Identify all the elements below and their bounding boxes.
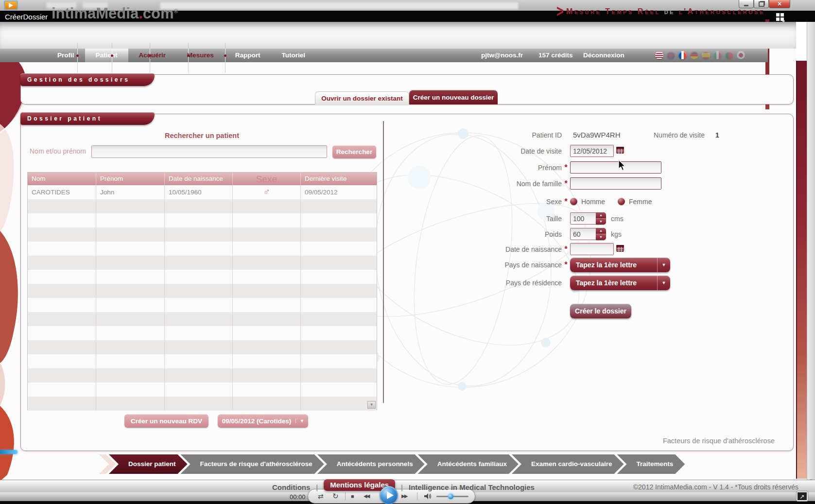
cell [28,340,96,354]
nav-item-patient[interactable]: Patient [85,49,128,62]
table-scroll-down-button[interactable]: ▼ [367,401,376,409]
flag-uk-icon[interactable] [667,51,675,59]
breadcrumb-facteurs-de-risque-d-ath-roscl-rose[interactable]: Facteurs de risque d'athérosclérose [181,454,324,474]
table-row-empty [28,298,377,312]
column-header-pr-nom: Prénom [96,173,165,185]
cell [233,354,301,368]
taille-label: Taille [390,215,562,223]
radio-homme[interactable] [570,198,577,205]
cell [165,227,233,242]
flag-japan-icon[interactable] [737,51,745,59]
spin-up-icon[interactable]: ▲ [596,212,606,219]
nav-item-rapport[interactable]: Rapport [225,49,271,62]
new-rdv-button[interactable]: Créer un nouveau RDV [124,414,208,428]
intimamedia-logo[interactable]: intimaMedia.com® [52,5,178,22]
browser-address-bar[interactable] [159,1,519,10]
cell [28,368,96,382]
sexe-label: Sexe [390,198,562,206]
play-button[interactable] [380,486,398,504]
table-row-empty [28,199,377,213]
logout-link[interactable]: Déconnexion [583,49,624,62]
chevron-right-icon: > [556,1,564,22]
nav-item-acqu-rir[interactable]: Acquérir [128,49,177,62]
creer-dossier-button[interactable]: Créer le dossier [570,304,631,318]
poids-input[interactable] [570,228,596,240]
flag-spain-icon[interactable] [702,51,710,59]
search-button[interactable]: Rechercher [332,145,376,158]
seek-progress[interactable] [0,450,17,454]
volume-knob[interactable] [448,494,453,499]
flag-france-icon[interactable] [678,51,687,59]
calendar-icon[interactable] [616,245,624,253]
nav-item-profil[interactable]: Profil [47,49,85,62]
browser-scrollbar[interactable]: ▼ [807,22,815,491]
table-row-empty [28,368,377,382]
date-visite-input[interactable] [570,145,614,157]
cell [28,270,96,284]
breadcrumb-ant-c-dents-familiaux[interactable]: Antécédents familiaux [418,454,519,474]
name-search-label: Nom et/ou prénom [30,147,86,155]
patients-table[interactable]: NomPrénomDate de naissanceSexeDernière v… [27,172,377,410]
chevron-down-icon: ▼ [295,418,308,423]
nav-separator [150,43,150,73]
date-naissance-input[interactable] [570,243,614,255]
panel-divider [383,121,384,403]
search-title: Rechercher un patient [21,132,383,139]
cell [233,312,301,326]
cell [96,312,165,326]
pays-naissance-select[interactable]: Tapez la 1ère lettre ▼ [570,258,670,272]
section-title-text: Dossier patient [27,115,102,122]
cell [301,397,370,411]
link-intelligence[interactable]: Intelligence in Medical Technologies [409,483,535,491]
breadcrumb-ant-c-dents-personnels[interactable]: Antécédents personnels [317,454,425,474]
table-row-empty [28,397,377,411]
cell [233,340,301,354]
nom-famille-input[interactable] [570,177,661,190]
cell [165,284,233,298]
cell [28,326,96,340]
nav-separator [77,43,78,73]
calendar-icon[interactable] [616,147,624,155]
prenom-input[interactable] [570,161,661,174]
nav-separator [112,43,112,73]
flag-portugal-icon[interactable] [725,51,733,59]
tab-creer-dossier[interactable]: Créer un nouveau dossier [409,90,498,104]
select-placeholder: Tapez la 1ère lettre [576,261,637,269]
spin-down-icon[interactable]: ▼ [596,219,606,225]
pays-residence-label: Pays de résidence [390,279,562,287]
cell [233,368,301,382]
link-conditions[interactable]: Conditions [272,483,310,491]
cell [233,284,301,298]
homme-label: Homme [581,198,605,206]
search-input[interactable] [91,145,327,158]
volume-slider[interactable] [436,496,468,497]
pays-residence-select[interactable]: Tapez la 1ère lettre ▼ [570,276,670,290]
spin-up-icon[interactable]: ▲ [596,228,606,234]
cell [165,270,233,284]
close-button[interactable]: ✕ [769,0,790,8]
section-title-gestion: Gestion des dossiers [20,73,155,86]
table-row-patient[interactable]: CAROTIDESJohn10/05/1960♂09/05/2012 [28,185,377,199]
femme-label: Femme [629,198,652,206]
breadcrumb-traitements[interactable]: Traitements [617,454,685,474]
cell [301,213,370,227]
taille-input[interactable] [570,212,596,225]
nav-item-mesures[interactable]: Mesures [176,49,225,62]
flag-italy-icon[interactable] [713,51,722,59]
breadcrumb-examen-cardio-vasculaire[interactable]: Examen cardio-vasculaire [512,454,624,474]
nav-item-tutoriel[interactable]: Tutoriel [271,49,316,62]
cell [165,354,233,368]
radio-femme[interactable] [618,198,625,205]
taille-stepper[interactable]: ▲▼ [596,212,606,225]
main-nav: ProfilPatientAcquérirMesuresRapportTutor… [0,49,768,62]
spin-down-icon[interactable]: ▼ [596,234,606,240]
tab-ouvrir-dossier[interactable]: Ouvrir un dossier existant [315,91,409,104]
poids-unit: kgs [611,230,622,238]
poids-stepper[interactable]: ▲▼ [596,228,606,240]
volume-icon[interactable] [424,493,432,502]
fullscreen-button[interactable]: ↗ [797,491,808,501]
flag-germany-icon[interactable] [690,51,698,59]
flag-usa-icon[interactable] [655,51,663,59]
breadcrumb-dossier-patient[interactable]: Dossier patient [109,454,188,474]
visit-dropdown[interactable]: 09/05/2012 (Carotides) ▼ [218,414,308,428]
